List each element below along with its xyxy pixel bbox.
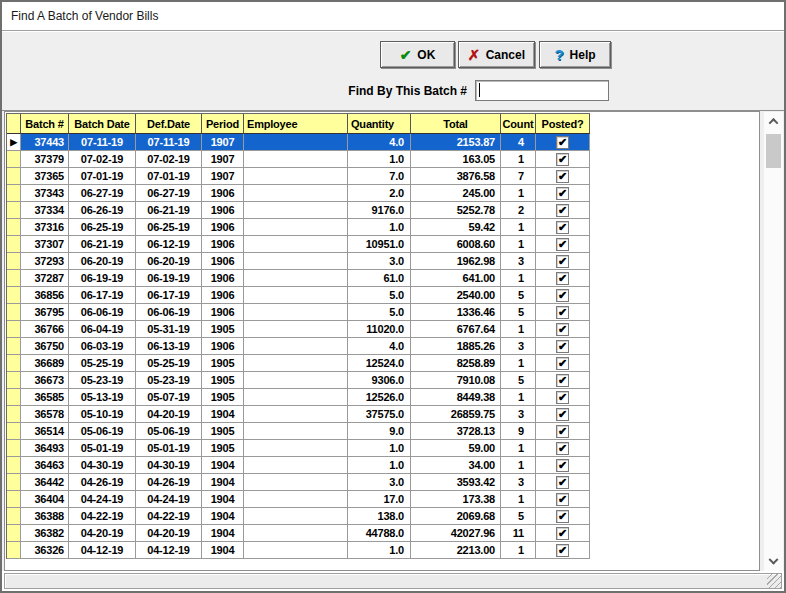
cell-posted: ✔	[536, 355, 590, 372]
cell-total: 163.05	[411, 151, 501, 168]
posted-checkbox[interactable]: ✔	[556, 187, 569, 200]
vertical-scrollbar[interactable]	[764, 112, 783, 571]
cell-posted: ✔	[536, 491, 590, 508]
table-row[interactable]: 3675006-03-1906-13-1919064.01885.263✔	[7, 338, 590, 355]
cell-count: 1	[501, 457, 536, 474]
cell-period: 1905	[202, 389, 244, 406]
table-row[interactable]: 3679506-06-1906-06-1919065.01336.465✔	[7, 304, 590, 321]
cell-batch: 36442	[21, 474, 69, 491]
column-header[interactable]: Quantity	[348, 114, 411, 134]
table-row[interactable]: 3685606-17-1906-17-1919065.02540.005✔	[7, 287, 590, 304]
cell-batch: 37365	[21, 168, 69, 185]
table-row[interactable]: 3668905-25-1905-25-19190512524.08258.891…	[7, 355, 590, 372]
column-header[interactable]: Batch #	[21, 114, 69, 134]
table-row[interactable]: 3736507-01-1907-01-1919077.03876.587✔	[7, 168, 590, 185]
table-row[interactable]: ▶3744307-11-1907-11-1919074.02153.874✔	[7, 134, 590, 151]
help-button[interactable]: ? Help	[539, 41, 611, 68]
table-row[interactable]: 3658505-13-1905-07-19190512526.08449.381…	[7, 389, 590, 406]
column-header[interactable]: Batch Date	[69, 114, 136, 134]
table-row[interactable]: 3657805-10-1904-20-19190437575.026859.75…	[7, 406, 590, 423]
column-header[interactable]: Posted?	[536, 114, 590, 134]
posted-checkbox[interactable]: ✔	[556, 306, 569, 319]
posted-checkbox[interactable]: ✔	[556, 323, 569, 336]
posted-checkbox[interactable]: ✔	[556, 493, 569, 506]
posted-checkbox[interactable]: ✔	[556, 527, 569, 540]
posted-checkbox[interactable]: ✔	[556, 408, 569, 421]
cell-posted: ✔	[536, 151, 590, 168]
resize-grip-icon[interactable]	[767, 574, 781, 588]
posted-checkbox[interactable]: ✔	[556, 136, 569, 149]
cell-count: 1	[501, 219, 536, 236]
posted-checkbox[interactable]: ✔	[556, 289, 569, 302]
posted-checkbox[interactable]: ✔	[556, 340, 569, 353]
column-header[interactable]: Count	[501, 114, 536, 134]
cell-def_date: 06-25-19	[136, 219, 202, 236]
cell-def_date: 05-25-19	[136, 355, 202, 372]
table-row[interactable]: 3731606-25-1906-25-1919061.059.421✔	[7, 219, 590, 236]
cell-employee	[244, 389, 348, 406]
row-selector-cell	[7, 372, 21, 389]
table-row[interactable]: 3728706-19-1906-19-19190661.0641.001✔	[7, 270, 590, 287]
scroll-down-button[interactable]	[764, 554, 783, 570]
posted-checkbox[interactable]: ✔	[556, 255, 569, 268]
cell-def_date: 05-23-19	[136, 372, 202, 389]
horizontal-scrollbar[interactable]	[4, 573, 782, 589]
cell-total: 173.38	[411, 491, 501, 508]
posted-checkbox[interactable]: ✔	[556, 170, 569, 183]
table-row[interactable]: 3737907-02-1907-02-1919071.0163.051✔	[7, 151, 590, 168]
cell-count: 3	[501, 474, 536, 491]
find-by-batch-label: Find By This Batch #	[242, 84, 467, 98]
posted-checkbox[interactable]: ✔	[556, 153, 569, 166]
posted-checkbox[interactable]: ✔	[556, 510, 569, 523]
table-row[interactable]: 3644204-26-1904-26-1919043.03593.423✔	[7, 474, 590, 491]
table-row[interactable]: 3676606-04-1905-31-19190511020.06767.641…	[7, 321, 590, 338]
batch-number-input[interactable]	[475, 80, 609, 101]
cell-count: 1	[501, 542, 536, 559]
scrollbar-thumb[interactable]	[766, 134, 781, 168]
column-header[interactable]: Employee	[244, 114, 348, 134]
table-row[interactable]: 3729306-20-1906-20-1919063.01962.983✔	[7, 253, 590, 270]
cell-batch_date: 05-23-19	[69, 372, 136, 389]
table-row[interactable]: 3638204-20-1904-20-19190444788.042027.96…	[7, 525, 590, 542]
posted-checkbox[interactable]: ✔	[556, 391, 569, 404]
posted-checkbox[interactable]: ✔	[556, 425, 569, 438]
cancel-button[interactable]: ✗ Cancel	[458, 41, 535, 68]
table-row[interactable]: 3730706-21-1906-12-19190610951.06008.601…	[7, 236, 590, 253]
posted-checkbox[interactable]: ✔	[556, 204, 569, 217]
table-row[interactable]: 3632604-12-1904-12-1919041.02213.001✔	[7, 542, 590, 559]
cell-count: 1	[501, 185, 536, 202]
table-row[interactable]: 3734306-27-1906-27-1919062.0245.001✔	[7, 185, 590, 202]
posted-checkbox[interactable]: ✔	[556, 357, 569, 370]
posted-checkbox[interactable]: ✔	[556, 374, 569, 387]
posted-checkbox[interactable]: ✔	[556, 272, 569, 285]
cell-batch_date: 06-17-19	[69, 287, 136, 304]
cell-batch_date: 06-06-19	[69, 304, 136, 321]
table-row[interactable]: 3646304-30-1904-30-1919041.034.001✔	[7, 457, 590, 474]
cell-def_date: 07-01-19	[136, 168, 202, 185]
column-header[interactable]: Total	[411, 114, 501, 134]
posted-checkbox[interactable]: ✔	[556, 544, 569, 557]
scroll-up-button[interactable]	[764, 113, 783, 129]
cell-count: 1	[501, 389, 536, 406]
table-row[interactable]: 3649305-01-1905-01-1919051.059.001✔	[7, 440, 590, 457]
column-header[interactable]: Period	[202, 114, 244, 134]
posted-checkbox[interactable]: ✔	[556, 476, 569, 489]
cell-batch: 36750	[21, 338, 69, 355]
cell-employee	[244, 151, 348, 168]
table-row[interactable]: 3733406-26-1906-21-1919069176.05252.782✔	[7, 202, 590, 219]
table-row[interactable]: 3651405-06-1905-06-1919059.03728.139✔	[7, 423, 590, 440]
cell-total: 3876.58	[411, 168, 501, 185]
column-header[interactable]: Def.Date	[136, 114, 202, 134]
table-row[interactable]: 3638804-22-1904-22-191904138.02069.685✔	[7, 508, 590, 525]
table-row[interactable]: 3640404-24-1904-24-19190417.0173.381✔	[7, 491, 590, 508]
cell-total: 59.42	[411, 219, 501, 236]
cell-def_date: 06-13-19	[136, 338, 202, 355]
ok-button[interactable]: ✔ OK	[380, 41, 455, 68]
cell-batch: 36382	[21, 525, 69, 542]
table-row[interactable]: 3667305-23-1905-23-1919059306.07910.085✔	[7, 372, 590, 389]
posted-checkbox[interactable]: ✔	[556, 442, 569, 455]
cell-count: 1	[501, 321, 536, 338]
posted-checkbox[interactable]: ✔	[556, 221, 569, 234]
posted-checkbox[interactable]: ✔	[556, 459, 569, 472]
posted-checkbox[interactable]: ✔	[556, 238, 569, 251]
